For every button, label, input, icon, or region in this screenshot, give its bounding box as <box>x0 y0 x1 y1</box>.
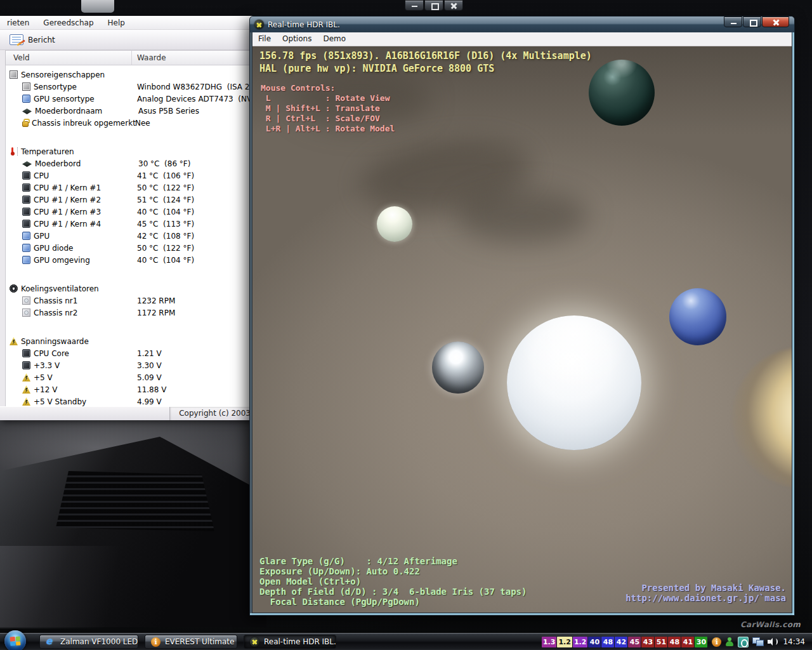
menu-file[interactable]: File <box>252 32 277 46</box>
sensor-row[interactable]: Moederbord30 °C (86 °F) <box>6 157 254 169</box>
everest-tray-icon[interactable]: i <box>712 637 721 647</box>
sensor-row[interactable]: +3.3 V3.30 V <box>6 359 254 371</box>
pearl-sphere <box>377 206 412 242</box>
volt-icon <box>22 397 30 406</box>
report-button[interactable]: Bericht <box>4 32 61 47</box>
maximize-button[interactable] <box>743 17 761 27</box>
minimize-button[interactable] <box>405 0 424 11</box>
menu-gereedschap[interactable]: Gereedschap <box>36 17 100 29</box>
tray-badge[interactable]: 30 <box>695 637 707 647</box>
user-tray-icon[interactable] <box>725 637 734 646</box>
cpu-icon <box>22 208 30 216</box>
sensor-row[interactable]: Chassis inbreuk opgemerktNee <box>6 117 254 129</box>
sensor-value: 50 °C (122 °F) <box>137 183 194 192</box>
taskbar-button-zalman[interactable]: e Zalman VF1000 LED ... <box>39 635 138 649</box>
sensor-field: +12 V <box>34 385 134 394</box>
taskbar-button-label: Real-time HDR IBL. <box>264 637 336 646</box>
section-title: Spanningswaarde <box>21 337 89 346</box>
tray-badge[interactable]: 51 <box>655 637 667 647</box>
sensor-row[interactable]: CPU #1 / Kern #251 °C (124 °F) <box>6 194 254 206</box>
sensor-row[interactable]: Chassis nr21172 RPM <box>6 307 254 319</box>
sensor-field: CPU <box>34 171 134 180</box>
sensor-row[interactable]: GPU diode50 °C (122 °F) <box>6 242 254 254</box>
tray-badge[interactable]: 41 <box>681 637 694 647</box>
sensor-row[interactable]: CPU #1 / Kern #445 °C (113 °F) <box>6 218 254 230</box>
close-button[interactable] <box>444 0 463 11</box>
sensor-row[interactable]: +5 V5.09 V <box>6 371 254 383</box>
chrome-sphere <box>432 342 484 394</box>
menu-options[interactable]: Options <box>277 32 317 46</box>
sensor-value: 50 °C (122 °F) <box>137 244 194 253</box>
report-icon <box>10 34 23 45</box>
column-header-waarde[interactable]: Waarde <box>132 51 166 65</box>
menu-demo[interactable]: Demo <box>317 32 351 46</box>
lock-icon <box>22 121 29 127</box>
sensor-field: GPU sensortype <box>34 95 134 103</box>
internet-explorer-icon: e <box>46 637 56 647</box>
taskbar-button-everest[interactable]: i EVEREST Ultimate E... <box>145 635 237 649</box>
menu-help[interactable]: Help <box>101 17 132 29</box>
volume-icon[interactable] <box>768 637 778 646</box>
hdr-window-title: Real-time HDR IBL. <box>268 20 720 29</box>
sensor-field: Sensortype <box>34 83 134 91</box>
sensor-row[interactable]: CPU #1 / Kern #150 °C (122 °F) <box>6 182 254 194</box>
section-title: Sensoreigenschappen <box>21 70 105 79</box>
sensor-field: +5 V <box>34 373 134 382</box>
taskbar: e Zalman VF1000 LED ... i EVEREST Ultima… <box>0 632 812 650</box>
report-button-label: Bericht <box>28 36 55 44</box>
chip-icon <box>22 83 30 91</box>
sensor-row[interactable]: CPU Core1.21 V <box>6 347 254 359</box>
volt-icon <box>22 373 30 381</box>
sensor-field: CPU #1 / Kern #2 <box>34 196 134 204</box>
sensor-row[interactable]: +5 V Standby4.99 V <box>6 395 254 406</box>
section-row[interactable]: Spanningswaarde <box>6 335 254 347</box>
close-button[interactable] <box>762 17 789 27</box>
sensor-row[interactable]: CPU #1 / Kern #340 °C (104 °F) <box>6 206 254 218</box>
sensor-row[interactable]: +12 V11.88 V <box>6 383 254 395</box>
thermo-icon <box>10 147 18 156</box>
column-header-veld[interactable]: Veld <box>6 51 132 65</box>
media-tray-icon[interactable] <box>738 637 749 647</box>
tray-badge[interactable]: 1.2 <box>573 637 588 647</box>
tray-badge[interactable]: 43 <box>641 637 654 647</box>
taskbar-button-hdr[interactable]: Real-time HDR IBL. <box>244 635 336 649</box>
credits-overlay: Presented by Masaki Kawase. http://www.d… <box>625 583 786 603</box>
section-row[interactable]: Koelingsventilatoren <box>6 282 254 295</box>
volt-icon <box>10 337 18 345</box>
sensor-value: 11.88 V <box>137 385 166 394</box>
hdr-titlebar[interactable]: Real-time HDR IBL. <box>250 17 794 32</box>
render-settings-overlay: Glare Type (g/G) : 4/12 Afterimage Expos… <box>259 556 527 607</box>
minimize-button[interactable] <box>724 17 742 27</box>
sensor-row[interactable]: SensortypeWinbond W83627DHG (ISA 290h) <box>6 81 254 93</box>
network-icon[interactable] <box>752 637 764 646</box>
sensor-table-header: Veld Waarde <box>5 50 254 65</box>
everest-window: rieten Gereedschap Help Bericht Veld Waa… <box>0 16 254 420</box>
tray-badge[interactable]: 40 <box>588 637 601 647</box>
cpu-icon <box>22 349 30 357</box>
fancase-icon <box>22 308 30 317</box>
sensor-row[interactable]: MoederbordnaamAsus P5B Series <box>6 105 254 117</box>
section-title: Koelingsventilatoren <box>21 284 99 293</box>
tray-badge[interactable]: 45 <box>628 637 641 647</box>
sensor-row[interactable]: CPU41 °C (106 °F) <box>6 169 254 182</box>
sensor-row[interactable]: GPU42 °C (108 °F) <box>6 230 254 242</box>
board-icon <box>22 161 32 167</box>
tray-badge[interactable]: 1.3 <box>542 637 557 647</box>
tray-badge[interactable]: 48 <box>668 637 681 647</box>
white-sphere <box>507 315 641 450</box>
start-button[interactable] <box>4 630 26 650</box>
sensor-value: 40 °C (104 °F) <box>137 208 194 216</box>
sensor-row[interactable]: GPU omgeving40 °C (104 °F) <box>6 254 254 266</box>
tray-badge[interactable]: 48 <box>601 637 614 647</box>
tray-badge[interactable]: 42 <box>615 637 627 647</box>
menu-favorieten[interactable]: rieten <box>0 17 36 29</box>
hdr-viewport[interactable]: 156.78 fps (851x893). A16B16G16R16F (D16… <box>252 46 792 613</box>
maximize-button[interactable] <box>424 0 443 11</box>
section-row[interactable]: Sensoreigenschappen <box>6 69 254 81</box>
taskbar-clock[interactable]: 14:34 <box>778 637 811 646</box>
tray-badge[interactable]: 1.2 <box>557 637 572 647</box>
section-row[interactable]: Temperaturen <box>6 145 254 157</box>
sensor-row[interactable]: GPU sensortypeAnalog Devices ADT7473 (NV… <box>6 93 254 105</box>
everest-app-icon: i <box>151 637 160 647</box>
sensor-row[interactable]: Chassis nr11232 RPM <box>6 295 254 307</box>
